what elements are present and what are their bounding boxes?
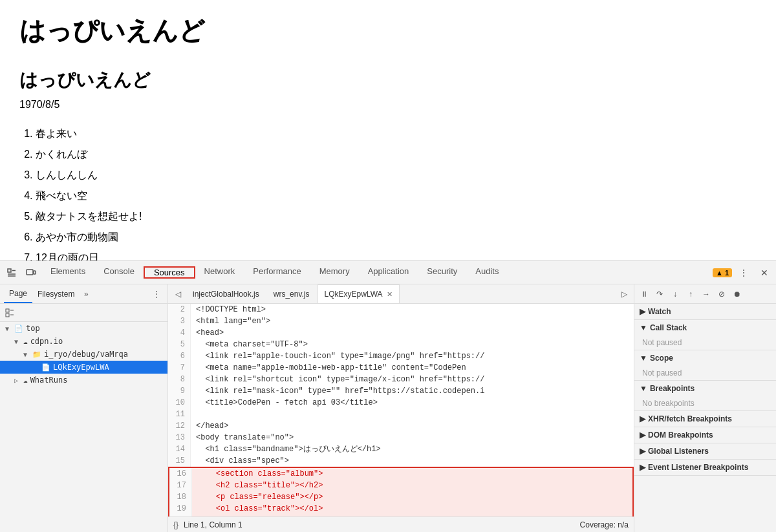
right-sections: ▶ Watch ▼ Call Stack Not paused ▼ [634,304,776,532]
page-title: はっぴいえんど [19,13,757,48]
code-line[interactable]: 10 <title>CodePen - fetch api 03</title> [168,397,634,409]
section-watch: ▶ Watch [634,304,776,320]
track-item: 春よ来い [36,123,757,144]
svg-rect-5 [34,271,36,274]
global-listeners-header[interactable]: ▶ Global Listeners [634,443,776,459]
code-line[interactable]: 17 <h2 class="title"></h2> [168,480,634,491]
main-content: はっぴいえんど はっぴいえんど 1970/8/5 春よ来いかくれんぼしんしんしん… [0,0,776,261]
code-line[interactable]: 7 <meta name="apple-mobile-web-app-title… [168,362,634,374]
code-line[interactable]: 18 <p class="release"></p> [168,491,634,503]
tab-sources[interactable]: Sources [144,266,195,279]
line-content: <p class="release"></p> [192,491,323,503]
sidebar-tab-page[interactable]: Page [4,284,32,303]
code-line[interactable]: 13<body translate="no"> [168,432,634,443]
scope-header[interactable]: ▼ Scope [634,350,776,366]
devtools-body: Page Filesystem » ⋮ [0,284,776,532]
code-line[interactable]: 12</head> [168,420,634,432]
code-line[interactable]: 9 <link rel="mask-icon" type="" href="ht… [168,385,634,397]
close-tab-icon[interactable]: ✕ [387,290,393,299]
watch-header[interactable]: ▶ Watch [634,304,776,319]
line-content: <ol class="track"></ol> [192,503,323,515]
more-options-icon[interactable]: ⋮ [735,264,753,282]
close-devtools-icon[interactable]: ✕ [755,264,773,282]
code-line[interactable]: 5 <meta charset="UTF-8"> [168,339,634,350]
code-tab-inject[interactable]: injectGlobalHook.js [186,284,266,303]
tree-item-top[interactable]: ▼ 📄 top [0,322,167,335]
tab-memory[interactable]: Memory [310,266,359,277]
file-tree: ▼ 📄 top ▼ ☁ cdpn.io ▼ 📁 i_ryo/debug/vaMr… [0,322,167,532]
code-line[interactable]: 16 <section class="album"> [168,467,634,480]
code-tab-main[interactable]: LQkExyEpwLWA ✕ [318,284,400,303]
code-line[interactable]: 3<html lang="en"> [168,315,634,327]
code-line[interactable]: 11 [168,409,634,420]
coverage-status: Coverage: n/a [580,520,629,529]
devtools-toolbar: Elements Console Sources Network Perform… [0,261,776,284]
code-line[interactable]: 19 <ol class="track"></ol> [168,503,634,515]
line-content: <link rel="apple-touch-icon" type="image… [191,350,484,362]
track-list: 春よ来いかくれんぼしんしんしん飛べない空敵タナトスを想起せよ!あやか市の動物園1… [19,123,757,261]
code-tab-wrs[interactable]: wrs_env.js [267,284,316,303]
device-toolbar-icon[interactable] [22,264,40,282]
status-brackets-icon: {} [173,520,178,529]
tab-audits[interactable]: Audits [466,266,508,277]
devtools-panel: Elements Console Sources Network Perform… [0,261,776,532]
code-tab-prev[interactable]: ◁ [171,287,185,301]
section-scope: ▼ Scope Not paused [634,350,776,381]
track-item: 12月の雨の日 [36,248,757,261]
tree-item-folder[interactable]: ▼ 📁 i_ryo/debug/vaMrqa [0,348,167,361]
step-out-icon[interactable]: ↑ [684,287,698,301]
line-content: <h1 class="bandname">はっぴいえんど</h1> [191,443,381,455]
section-event-listeners: ▶ Event Listener Breakpoints [634,460,776,476]
code-tab-next[interactable]: ▷ [617,287,631,301]
code-line[interactable]: 15 <div class="spec"> [168,455,634,467]
code-line[interactable]: 6 <link rel="apple-touch-icon" type="ima… [168,350,634,362]
code-line[interactable]: 2<!DOCTYPE html> [168,304,634,315]
pause-icon[interactable]: ⏸ [637,287,651,301]
warning-badge: ▲ 1 [713,268,732,277]
code-line[interactable]: 14 <h1 class="bandname">はっぴいえんど</h1> [168,443,634,455]
step-icon[interactable]: → [699,287,713,301]
breakpoints-header[interactable]: ▼ Breakpoints [634,381,776,396]
event-listeners-header[interactable]: ▶ Event Listener Breakpoints [634,460,776,475]
sidebar-tabs: Page Filesystem » ⋮ [0,284,167,304]
deactivate-breakpoints-icon[interactable]: ⊘ [715,287,729,301]
xhr-header[interactable]: ▶ XHR/fetch Breakpoints [634,411,776,427]
svg-rect-8 [6,314,9,317]
section-xhr: ▶ XHR/fetch Breakpoints [634,411,776,427]
code-content[interactable]: 2<!DOCTYPE html>3<html lang="en">4<head>… [168,304,634,516]
code-line[interactable]: 4<head> [168,327,634,339]
sidebar-options-icon[interactable]: ⋮ [149,287,164,301]
code-line[interactable]: 8 <link rel="shortcut icon" type="image/… [168,374,634,385]
tab-performance[interactable]: Performance [244,266,310,277]
line-content [191,409,196,420]
line-content: <link rel="shortcut icon" type="image/x-… [191,374,484,385]
step-into-icon[interactable]: ↓ [668,287,682,301]
devtools-sidebar: Page Filesystem » ⋮ [0,284,168,532]
track-item: かくれんぼ [36,144,757,165]
devtools-tabs: Elements Console Sources Network Perform… [41,266,711,279]
tab-application[interactable]: Application [359,266,418,277]
code-panel: ◁ injectGlobalHook.js wrs_env.js LQkExyE… [168,284,634,532]
code-tabs: ◁ injectGlobalHook.js wrs_env.js LQkExyE… [168,284,634,304]
dom-header[interactable]: ▶ DOM Breakpoints [634,427,776,443]
sync-filesystem-icon[interactable] [3,306,17,320]
tab-elements[interactable]: Elements [41,266,94,277]
line-content: <div class="spec"> [191,455,289,467]
sidebar-tab-filesystem[interactable]: Filesystem [32,284,80,303]
async-icon[interactable]: ⏺ [730,287,744,301]
tree-item-whatruns[interactable]: ▷ ☁ WhatRuns [0,374,167,387]
step-over-icon[interactable]: ↷ [652,287,667,301]
line-content: <link rel="mask-icon" type="" href="http… [191,385,484,397]
tree-item-file-selected[interactable]: 📄 LQkExyEpwLWA [0,361,167,374]
tree-item-cdpn[interactable]: ▼ ☁ cdpn.io [0,335,167,348]
code-tab-right: ▷ [617,287,631,301]
call-stack-content: Not paused [634,335,776,350]
tab-network[interactable]: Network [195,266,244,277]
line-content: <html lang="en"> [191,315,270,327]
sidebar-more-tabs[interactable]: » [80,288,92,301]
call-stack-header[interactable]: ▼ Call Stack [634,320,776,335]
tab-console[interactable]: Console [94,266,144,277]
tab-security[interactable]: Security [418,266,466,277]
inspect-element-icon[interactable] [3,264,21,282]
svg-rect-4 [27,270,33,275]
